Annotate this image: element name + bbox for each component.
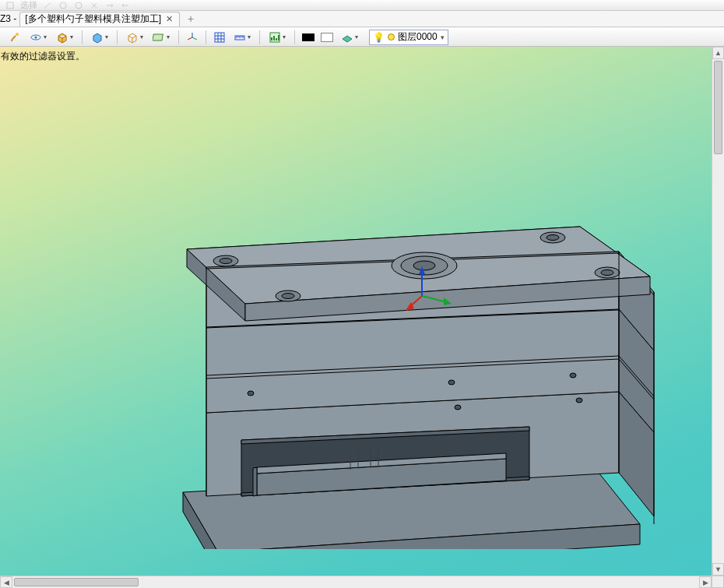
grid-icon[interactable]	[212, 30, 227, 45]
horizontal-scrollbar[interactable]: ◀ ▶	[0, 576, 712, 588]
svg-rect-11	[322, 33, 333, 41]
brush-icon[interactable]	[8, 30, 23, 45]
ruler-icon[interactable]	[230, 30, 254, 45]
horizontal-scroll-thumb[interactable]	[14, 578, 139, 586]
scroll-right-button[interactable]: ▶	[699, 576, 712, 588]
qa-btn-2[interactable]	[42, 0, 53, 11]
svg-point-50	[413, 261, 435, 270]
scrollbar-corner	[712, 576, 724, 588]
svg-point-36	[570, 373, 576, 378]
scroll-up-button[interactable]: ▲	[712, 47, 724, 59]
plane-icon[interactable]	[149, 30, 173, 45]
scroll-left-button[interactable]: ◀	[0, 576, 12, 588]
vertical-scroll-thumb[interactable]	[714, 61, 722, 154]
svg-point-56	[547, 235, 559, 241]
box2-icon[interactable]	[88, 30, 111, 45]
axis-icon[interactable]	[185, 30, 200, 45]
svg-point-38	[576, 398, 582, 403]
toolbar-separator	[82, 30, 83, 44]
svg-point-2	[76, 2, 82, 9]
svg-marker-21	[253, 467, 257, 496]
svg-rect-10	[302, 33, 315, 41]
svg-point-52	[220, 259, 232, 264]
layer-combo-label: 图层0000	[398, 30, 438, 44]
document-tab-label: [多个塑料勺子塑料模具注塑加工]	[25, 12, 161, 26]
black-swatch-icon[interactable]	[300, 30, 316, 45]
wireframe-icon[interactable]	[123, 30, 146, 45]
svg-point-34	[248, 391, 254, 396]
toolbar-separator	[259, 30, 260, 44]
layer-color-swatch	[388, 33, 395, 40]
quick-access-toolbar: 选择	[0, 0, 724, 11]
toolbar-separator	[294, 30, 295, 44]
chart-icon[interactable]	[265, 30, 289, 45]
svg-rect-7	[215, 33, 224, 42]
lightbulb-icon: 💡	[373, 32, 385, 43]
3d-viewport[interactable]: 有效的过滤器设置。	[0, 47, 724, 588]
toolbar-separator	[117, 30, 118, 44]
eye-icon[interactable]	[26, 30, 50, 45]
add-tab-button[interactable]: +	[183, 12, 199, 25]
qa-btn-1[interactable]	[5, 0, 16, 11]
qa-btn-3[interactable]	[58, 0, 69, 11]
scroll-down-button[interactable]: ▼	[712, 563, 724, 576]
qa-btn-5[interactable]	[89, 0, 100, 11]
filter-status-text: 有效的过滤器设置。	[1, 50, 85, 63]
toolbar-separator	[178, 30, 179, 44]
svg-point-58	[601, 270, 613, 276]
close-icon[interactable]: ✕	[166, 14, 173, 24]
box-icon[interactable]	[53, 30, 76, 45]
svg-point-54	[282, 294, 294, 299]
svg-point-5	[35, 36, 37, 38]
qa-btn-4[interactable]	[73, 0, 84, 11]
qa-select-label[interactable]: 选择	[20, 0, 37, 11]
document-tab[interactable]: [多个塑料勺子塑料模具注塑加工] ✕	[19, 12, 180, 26]
vertical-scrollbar[interactable]: ▲ ▼	[712, 47, 724, 576]
qa-btn-6[interactable]	[104, 0, 115, 11]
svg-point-3	[16, 33, 19, 36]
svg-point-1	[60, 2, 66, 9]
svg-point-37	[455, 405, 461, 410]
toolbar-separator	[206, 30, 206, 44]
qa-btn-7[interactable]	[120, 0, 131, 11]
mold-3d-model[interactable]	[140, 144, 685, 549]
svg-rect-0	[7, 2, 13, 9]
document-tabbar: Z3 - [多个塑料勺子塑料模具注塑加工] ✕ +	[0, 11, 724, 27]
layer-visibility-icon[interactable]	[338, 30, 361, 45]
layer-combo[interactable]: 💡 图层0000 ▾	[369, 30, 448, 45]
white-swatch-icon[interactable]	[319, 30, 335, 45]
svg-point-35	[448, 380, 455, 385]
window-title-prefix: Z3 -	[0, 13, 16, 24]
chevron-down-icon: ▾	[441, 33, 445, 41]
main-toolbar: 💡 图层0000 ▾	[0, 27, 724, 47]
svg-rect-6	[153, 34, 163, 40]
